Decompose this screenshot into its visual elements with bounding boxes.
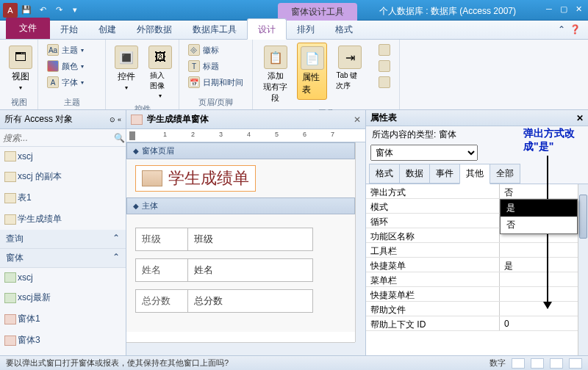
help-icon[interactable]: ❓ [570, 24, 581, 35]
logo-button[interactable]: 🞜徽标 [185, 43, 246, 57]
navpane-search: 🔍 [0, 129, 126, 147]
nav-section-query[interactable]: 查询⌃ [0, 230, 126, 249]
view-layout-icon[interactable] [550, 358, 563, 369]
fonts-button[interactable]: A字体▾ [44, 75, 87, 90]
undo-icon[interactable]: ↶ [35, 3, 50, 18]
form-title-control[interactable]: 学生成绩单 [135, 165, 256, 192]
property-scrollbar[interactable] [578, 184, 588, 355]
search-icon[interactable]: 🔍 [114, 133, 125, 143]
tab-file[interactable]: 文件 [6, 18, 50, 39]
status-bar: 要以弹出式窗口打开窗体或报表，使其保持在其他窗口上面吗? 数字 [0, 355, 588, 370]
nav-item-query[interactable]: xscj最新 [0, 287, 126, 308]
field-control[interactable]: 班级 [188, 228, 313, 251]
search-input[interactable] [3, 133, 114, 143]
tab-arrange[interactable]: 排列 [287, 19, 325, 39]
tab-home[interactable]: 开始 [50, 19, 88, 39]
proptab-event[interactable]: 事件 [429, 164, 460, 184]
add-fields-icon: 📋 [264, 46, 287, 69]
group-label-headerfooter: 页眉/页脚 [185, 95, 246, 108]
property-row[interactable]: 帮助文件 [366, 302, 588, 316]
property-row[interactable]: 快捷菜单是 [366, 258, 588, 272]
proptab-other[interactable]: 其他 [459, 164, 490, 184]
close-tab-icon[interactable]: ✕ [354, 115, 361, 125]
minimize-icon[interactable]: ─ [542, 3, 556, 15]
view-button[interactable]: 🗔 视图 ▾ [6, 43, 35, 94]
quick-access-toolbar: A 💾 ↶ ↷ ▾ [0, 3, 82, 18]
object-selector[interactable]: 窗体 [370, 145, 478, 161]
property-dropdown: 是 否 [500, 199, 578, 234]
add-fields-button[interactable]: 📋添加 现有字段 [259, 43, 293, 106]
tab-external-data[interactable]: 外部数据 [126, 19, 182, 39]
tab-database-tools[interactable]: 数据库工具 [182, 19, 247, 39]
field-row[interactable]: 班级 班级 [135, 228, 346, 251]
fonts-icon: A [47, 76, 59, 88]
query-icon [4, 272, 16, 283]
tab-design[interactable]: 设计 [247, 18, 287, 40]
property-sheet-button[interactable]: 📄属性表 [297, 43, 328, 100]
nav-item-form[interactable]: 窗体1 [0, 308, 126, 330]
nav-item-table[interactable]: 学生成绩单 [0, 208, 126, 230]
design-surface[interactable]: ◆窗体页眉 学生成绩单 ◆主体 班级 班级 姓名 姓名 总分数 [126, 142, 355, 342]
title-button[interactable]: T标题 [185, 59, 246, 73]
nav-item-table[interactable]: xscj [0, 147, 126, 166]
ribbon-minimize-icon[interactable]: ⌃ [558, 24, 565, 35]
property-sheet-icon: 📄 [301, 46, 324, 70]
table-icon [4, 193, 16, 203]
property-row[interactable]: 帮助上下文 ID0 [366, 316, 588, 331]
nav-item-table[interactable]: 表1 [0, 187, 126, 208]
close-icon[interactable]: ✕ [572, 3, 585, 15]
navigation-pane: 所有 Access 对象 ⊙ « 🔍 xscj xscj 的副本 表1 学生成绩… [0, 110, 126, 355]
view-form-icon[interactable] [512, 358, 525, 369]
proptab-format[interactable]: 格式 [369, 164, 400, 184]
close-panel-icon[interactable]: ✕ [576, 113, 584, 123]
nav-item-query[interactable]: xscj [0, 268, 126, 287]
colors-button[interactable]: 颜色▾ [44, 59, 87, 73]
restore-icon[interactable]: ▢ [557, 3, 570, 15]
nav-section-form[interactable]: 窗体⌃ [0, 249, 126, 268]
property-row[interactable]: 弹出方式否 [366, 184, 588, 199]
datetime-button[interactable]: 📅日期和时间 [185, 75, 246, 90]
app-icon[interactable]: A [3, 3, 18, 18]
tool-code-button[interactable] [376, 59, 393, 73]
dropdown-option[interactable]: 否 [501, 217, 577, 233]
subform-icon [379, 44, 390, 56]
nav-item-form[interactable]: 窗体3 [0, 330, 126, 351]
controls-icon: 🔳 [115, 46, 138, 69]
save-icon[interactable]: 💾 [19, 3, 34, 18]
vertical-scrollbar[interactable] [355, 142, 365, 342]
form-body-section-bar[interactable]: ◆主体 [126, 197, 355, 214]
tab-create[interactable]: 创建 [88, 19, 126, 39]
form-header-section-bar[interactable]: ◆窗体页眉 [126, 142, 355, 159]
table-icon [4, 172, 16, 182]
navpane-header[interactable]: 所有 Access 对象 ⊙ « [0, 110, 126, 129]
property-row[interactable]: 菜单栏 [366, 272, 588, 287]
field-row[interactable]: 总分数 总分数 [135, 289, 346, 313]
proptab-all[interactable]: 全部 [490, 164, 520, 184]
qat-more-icon[interactable]: ▾ [68, 3, 82, 18]
field-control[interactable]: 姓名 [188, 258, 313, 282]
horizontal-scrollbar[interactable] [126, 342, 355, 355]
field-label[interactable]: 姓名 [135, 258, 188, 282]
property-row[interactable]: 快捷菜单栏 [366, 287, 588, 302]
colors-icon [47, 60, 59, 72]
themes-button[interactable]: Aa主题▾ [44, 43, 87, 57]
tab-format[interactable]: 格式 [325, 19, 363, 39]
view-design-icon[interactable] [569, 358, 582, 369]
insert-image-button[interactable]: 🖼插入图像▾ [146, 43, 175, 102]
dropdown-option[interactable]: 是 [501, 200, 577, 217]
field-label[interactable]: 总分数 [135, 289, 188, 313]
nav-item-table[interactable]: xscj 的副本 [0, 166, 126, 187]
tool-subform-button[interactable] [376, 43, 393, 57]
redo-icon[interactable]: ↷ [51, 3, 66, 18]
logo-icon: 🞜 [188, 44, 200, 56]
property-row[interactable]: 工具栏 [366, 243, 588, 258]
field-label[interactable]: 班级 [135, 228, 188, 251]
tab-order-button[interactable]: ⇥Tab 键次序 [331, 43, 368, 94]
field-row[interactable]: 姓名 姓名 [135, 258, 346, 282]
view-datasheet-icon[interactable] [531, 358, 544, 369]
tool-convert-button[interactable] [376, 75, 393, 90]
controls-button[interactable]: 🔳控件▾ [112, 43, 141, 94]
canvas-tab-header: 学生成绩单窗体 ✕ [126, 110, 365, 129]
field-control[interactable]: 总分数 [188, 289, 313, 313]
proptab-data[interactable]: 数据 [399, 164, 430, 184]
